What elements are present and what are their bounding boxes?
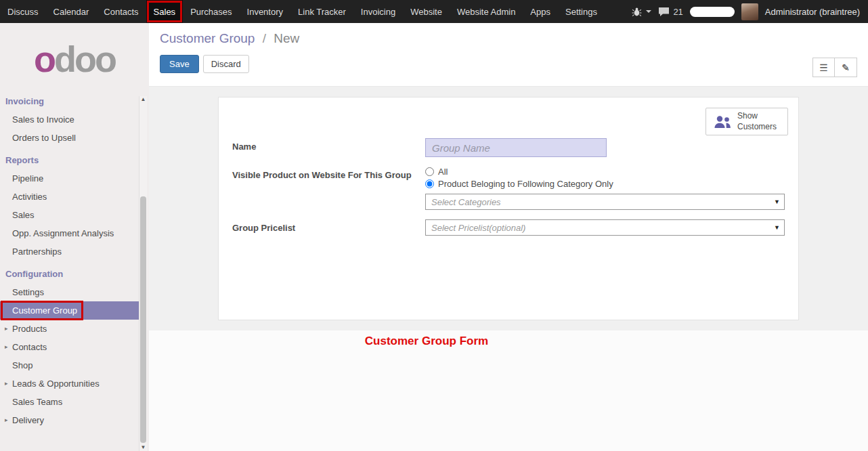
topbar-item-invoicing[interactable]: Invoicing: [353, 0, 403, 23]
radio-all-label: All: [438, 167, 448, 177]
scroll-down-icon[interactable]: ▼: [139, 444, 147, 451]
sidebar-nav: Invoicing Sales to Invoice Orders to Ups…: [0, 88, 139, 429]
layout: odoo Invoicing Sales to Invoice Orders t…: [0, 23, 868, 451]
save-button[interactable]: Save: [160, 55, 199, 73]
radio-category-label: Product Beloging to Following Category O…: [438, 179, 613, 189]
odoo-logo-first-letter: o: [34, 39, 54, 79]
topbar-item-sales-label: Sales: [154, 7, 176, 17]
sidebar-item-sales-to-invoice[interactable]: Sales to Invoice: [0, 110, 139, 129]
chevron-down-icon: ▼: [774, 198, 780, 205]
radio-option-category[interactable]: Product Beloging to Following Category O…: [425, 179, 785, 189]
top-navbar: Discuss Calendar Contacts Sales Purchase…: [0, 0, 868, 23]
top-menu: Discuss Calendar Contacts Sales Purchase…: [0, 0, 605, 23]
sidebar-item-customer-group-label: Customer Group: [12, 305, 77, 316]
sidebar-item-sales-teams[interactable]: Sales Teams: [0, 393, 139, 411]
sidebar-item-partnerships[interactable]: Partnerships: [0, 242, 139, 261]
sidebar-item-delivery[interactable]: ▸ Delivery: [0, 411, 139, 429]
section-configuration: Configuration: [0, 261, 139, 283]
topbar-item-inventory[interactable]: Inventory: [240, 0, 290, 23]
messages-icon[interactable]: [658, 7, 670, 17]
topbar-item-discuss[interactable]: Discuss: [0, 0, 46, 23]
sidebar-item-customer-group[interactable]: Customer Group: [0, 301, 139, 320]
topbar-item-purchases[interactable]: Purchases: [183, 0, 239, 23]
control-panel: Customer Group / New Save Discard ☰ ✎: [149, 23, 868, 87]
breadcrumb-current: New: [274, 31, 299, 45]
topbar-right: 21 Administrator (braintree): [632, 0, 868, 23]
sidebar-item-shop[interactable]: Shop: [0, 356, 139, 374]
group-name-input[interactable]: [425, 138, 607, 157]
caret-right-icon: ▸: [5, 325, 8, 332]
form-fields: Name Visible Product on Website For This…: [232, 138, 785, 236]
progress-pill-widget[interactable]: [690, 7, 735, 17]
user-menu[interactable]: Administrator (braintree): [765, 7, 860, 17]
sidebar-item-contacts-label: Contacts: [12, 342, 47, 352]
name-field-label: Name: [232, 138, 425, 157]
topbar-item-settings[interactable]: Settings: [558, 0, 605, 23]
caret-right-icon: ▸: [5, 343, 8, 350]
topbar-item-sales[interactable]: Sales: [146, 0, 183, 23]
sidebar-item-orders-to-upsell[interactable]: Orders to Upsell: [0, 129, 139, 147]
sidebar-item-products[interactable]: ▸ Products: [0, 320, 139, 338]
customer-group-form-card: Show Customers Name Visible Product on W…: [218, 97, 799, 320]
visible-product-label: Visible Product on Website For This Grou…: [232, 167, 425, 210]
breadcrumb-separator: /: [263, 31, 266, 45]
show-customers-label: Show Customers: [737, 111, 781, 132]
caret-right-icon: ▸: [5, 380, 8, 387]
user-avatar[interactable]: [741, 3, 758, 20]
categories-select[interactable]: Select Categories ▼: [425, 194, 785, 210]
scrollbar-thumb[interactable]: [140, 196, 146, 443]
radio-option-all[interactable]: All: [425, 167, 785, 177]
list-view-button[interactable]: ☰: [812, 58, 835, 77]
sidebar-item-leads-opportunities-label: Leads & Opportunities: [12, 379, 100, 389]
topbar-item-contacts[interactable]: Contacts: [96, 0, 146, 23]
sidebar-item-contacts[interactable]: ▸ Contacts: [0, 338, 139, 356]
radio-category-input[interactable]: [425, 179, 434, 188]
list-icon: ☰: [819, 62, 828, 73]
sidebar-item-activities[interactable]: Activities: [0, 188, 139, 206]
radio-all-input[interactable]: [425, 167, 434, 176]
content-area: Show Customers Name Visible Product on W…: [149, 87, 868, 330]
sidebar-item-leads-opportunities[interactable]: ▸ Leads & Opportunities: [0, 374, 139, 393]
section-reports: Reports: [0, 147, 139, 169]
topbar-item-website[interactable]: Website: [403, 0, 450, 23]
topbar-item-calendar[interactable]: Calendar: [46, 0, 97, 23]
main-area: Customer Group / New Save Discard ☰ ✎: [149, 23, 868, 451]
control-buttons: Save Discard: [160, 55, 857, 73]
caret-down-icon[interactable]: [646, 10, 651, 13]
discard-button[interactable]: Discard: [203, 55, 249, 73]
odoo-logo-rest: doo: [54, 39, 115, 79]
breadcrumb-customer-group[interactable]: Customer Group: [160, 31, 255, 45]
pricelist-select[interactable]: Select Pricelist(optional) ▼: [425, 219, 785, 236]
caret-right-icon: ▸: [5, 416, 8, 423]
section-invoicing: Invoicing: [0, 88, 139, 110]
annotation-caption: Customer Group Form: [149, 330, 704, 348]
message-count-badge: 21: [673, 7, 682, 17]
odoo-logo: odoo: [0, 23, 149, 88]
scroll-up-icon[interactable]: ▲: [139, 96, 147, 103]
pricelist-field-label: Group Pricelist: [232, 219, 425, 236]
pricelist-field: Select Pricelist(optional) ▼: [425, 219, 785, 236]
sidebar-item-delivery-label: Delivery: [12, 415, 44, 425]
page: Discuss Calendar Contacts Sales Purchase…: [0, 0, 868, 451]
form-view-button[interactable]: ✎: [835, 58, 857, 77]
edit-icon: ✎: [842, 62, 850, 73]
customers-icon: [713, 114, 732, 129]
sidebar: odoo Invoicing Sales to Invoice Orders t…: [0, 23, 149, 451]
debug-icon[interactable]: [632, 7, 642, 17]
sidebar-item-opp-assignment-analysis[interactable]: Opp. Assignment Analysis: [0, 224, 139, 242]
breadcrumb: Customer Group / New: [160, 31, 857, 46]
sidebar-item-sales[interactable]: Sales: [0, 206, 139, 224]
topbar-item-website-admin[interactable]: Website Admin: [450, 0, 523, 23]
sidebar-item-pipeline[interactable]: Pipeline: [0, 169, 139, 188]
show-customers-button[interactable]: Show Customers: [706, 108, 788, 135]
pricelist-select-placeholder: Select Pricelist(optional): [431, 223, 525, 233]
sidebar-item-settings[interactable]: Settings: [0, 283, 139, 301]
below-content-area: Customer Group Form: [149, 330, 868, 451]
topbar-item-link-tracker[interactable]: Link Tracker: [290, 0, 353, 23]
categories-select-placeholder: Select Categories: [431, 197, 501, 207]
topbar-item-apps[interactable]: Apps: [523, 0, 558, 23]
visible-product-field: All Product Beloging to Following Catego…: [425, 167, 785, 210]
sidebar-item-products-label: Products: [12, 324, 47, 334]
sidebar-scrollbar[interactable]: ▲ ▼: [139, 96, 147, 451]
view-switcher: ☰ ✎: [812, 58, 857, 77]
